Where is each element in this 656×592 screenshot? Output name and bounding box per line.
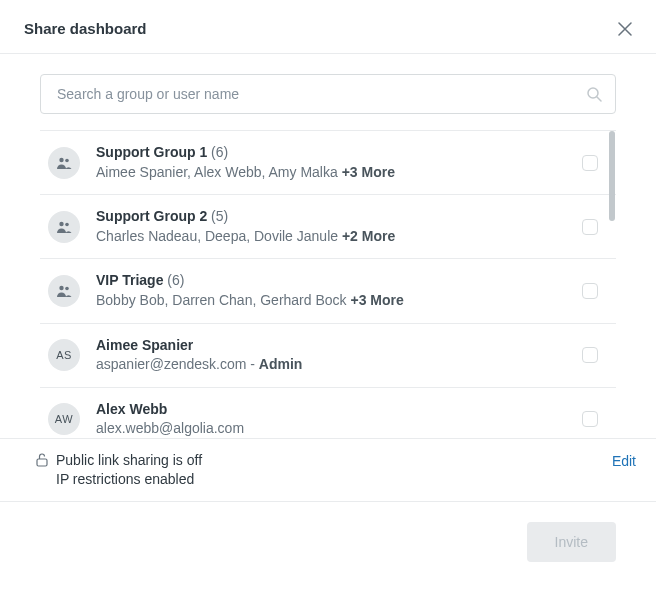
ip-restrictions-status: IP restrictions enabled bbox=[56, 470, 202, 489]
invite-button[interactable]: Invite bbox=[527, 522, 616, 562]
item-count: (6) bbox=[207, 144, 228, 160]
item-more: +3 More bbox=[347, 292, 404, 308]
search-icon bbox=[586, 86, 602, 102]
item-title: Aimee Spanier bbox=[96, 336, 566, 356]
scroll-thumb[interactable] bbox=[609, 131, 615, 221]
select-checkbox[interactable] bbox=[582, 155, 598, 171]
svg-rect-7 bbox=[37, 459, 47, 466]
unlock-icon bbox=[36, 453, 48, 467]
item-subtitle: Aimee Spanier, Alex Webb, Amy Malka +3 M… bbox=[96, 163, 566, 183]
select-checkbox[interactable] bbox=[582, 347, 598, 363]
item-subtitle: aspanier@zendesk.com - Admin bbox=[96, 355, 566, 375]
user-avatar: AS bbox=[48, 339, 80, 371]
public-link-status: Public link sharing is off bbox=[56, 451, 202, 470]
item-subtitle: Bobby Bob, Darren Chan, Gerhard Bock +3 … bbox=[96, 291, 566, 311]
list-item[interactable]: VIP Triage (6)Bobby Bob, Darren Chan, Ge… bbox=[40, 259, 616, 323]
svg-point-5 bbox=[59, 286, 63, 290]
item-count: (5) bbox=[207, 208, 228, 224]
group-icon-avatar bbox=[48, 147, 80, 179]
list-item[interactable]: ASAimee Spanieraspanier@zendesk.com - Ad… bbox=[40, 324, 616, 388]
group-icon-avatar bbox=[48, 275, 80, 307]
item-count: (6) bbox=[163, 272, 184, 288]
item-more: +3 More bbox=[338, 164, 395, 180]
item-title: Alex Webb bbox=[96, 400, 566, 420]
close-icon bbox=[618, 22, 632, 36]
svg-point-6 bbox=[65, 287, 69, 291]
item-more: +2 More bbox=[338, 228, 395, 244]
list-item[interactable]: Support Group 2 (5)Charles Nadeau, Deepa… bbox=[40, 195, 616, 259]
dialog-title: Share dashboard bbox=[24, 20, 147, 37]
select-checkbox[interactable] bbox=[582, 219, 598, 235]
item-subtitle: Charles Nadeau, Deepa, Dovile Janule +2 … bbox=[96, 227, 566, 247]
group-icon-avatar bbox=[48, 211, 80, 243]
select-checkbox[interactable] bbox=[582, 283, 598, 299]
svg-point-1 bbox=[59, 157, 63, 161]
item-title: VIP Triage (6) bbox=[96, 271, 566, 291]
svg-point-2 bbox=[65, 158, 69, 162]
scrollbar[interactable] bbox=[608, 131, 616, 440]
search-input[interactable] bbox=[40, 74, 616, 114]
svg-point-4 bbox=[65, 222, 69, 226]
list-item[interactable]: Support Group 1 (6)Aimee Spanier, Alex W… bbox=[40, 131, 616, 195]
item-subtitle: alex.webb@algolia.com bbox=[96, 419, 566, 439]
item-title: Support Group 2 (5) bbox=[96, 207, 566, 227]
item-role: Admin bbox=[259, 356, 303, 372]
svg-point-3 bbox=[59, 222, 63, 226]
user-avatar: AW bbox=[48, 403, 80, 435]
list-item[interactable]: AWAlex Webbalex.webb@algolia.com bbox=[40, 388, 616, 440]
select-checkbox[interactable] bbox=[582, 411, 598, 427]
close-button[interactable] bbox=[618, 22, 632, 36]
edit-link[interactable]: Edit bbox=[612, 453, 636, 469]
item-title: Support Group 1 (6) bbox=[96, 143, 566, 163]
